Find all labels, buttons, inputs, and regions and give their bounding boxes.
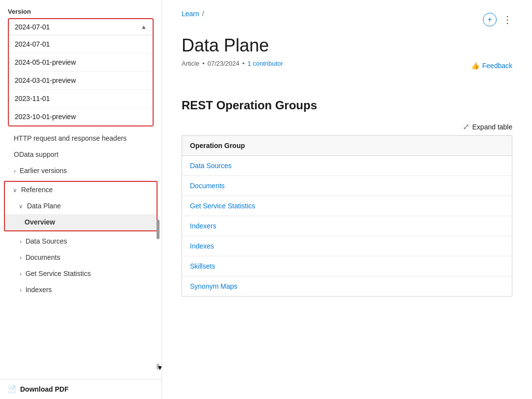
table-cell-data-sources: Data Sources (182, 156, 512, 176)
scrollbar-thumb[interactable] (157, 220, 160, 239)
table-row: Indexes (182, 236, 512, 256)
article-type: Article (182, 60, 199, 67)
sidebar-item-documents[interactable]: › Documents (0, 249, 161, 266)
scrollbar-arrow-down[interactable]: ▼ (157, 364, 160, 370)
section-title: REST Operation Groups (182, 99, 512, 112)
breadcrumb: Learn / (182, 10, 204, 18)
article-date: 07/23/2024 (208, 60, 239, 67)
sidebar-item-get-service-stats[interactable]: › Get Service Statistics (0, 266, 161, 282)
table-row: Data Sources (182, 156, 512, 176)
breadcrumb-learn-link[interactable]: Learn (182, 10, 199, 18)
sidebar-item-label: Documents (26, 253, 60, 261)
table-row: Documents (182, 176, 512, 196)
expand-table-label: Expand table (472, 123, 512, 131)
version-option-2[interactable]: 2024-05-01-preview (9, 53, 153, 72)
version-label: Version (0, 8, 161, 18)
sidebar-item-earlier-versions[interactable]: › Earlier versions (0, 163, 161, 179)
table-row: Skillsets (182, 256, 512, 276)
sidebar-item-data-sources[interactable]: › Data Sources (0, 233, 161, 249)
get-service-statistics-link[interactable]: Get Service Statistics (190, 202, 255, 210)
chevron-up-icon: ▲ (141, 24, 147, 30)
table-cell-synonym-maps: Synonym Maps (182, 276, 512, 297)
meta-dot-2: • (242, 60, 245, 67)
article-meta: Article • 07/23/2024 • 1 contributor (182, 60, 283, 67)
sidebar-item-label: Data Plane (27, 202, 61, 210)
documents-link[interactable]: Documents (190, 182, 225, 190)
breadcrumb-separator: / (202, 10, 204, 18)
data-sources-link[interactable]: Data Sources (190, 162, 232, 170)
download-pdf-button[interactable]: 📄 Download PDF (0, 379, 161, 399)
table-cell-documents: Documents (182, 176, 512, 196)
more-options-icon[interactable]: ⋮ (503, 14, 512, 25)
expand-icon: ⤢ (463, 122, 469, 131)
table-row: Indexers (182, 216, 512, 236)
operation-groups-table: Operation Group Data Sources Documents G… (182, 135, 512, 297)
table-cell-indexers: Indexers (182, 216, 512, 236)
table-cell-skillsets: Skillsets (182, 256, 512, 276)
sidebar-item-label: Overview (25, 218, 55, 226)
chevron-right-icon: › (20, 270, 22, 278)
chevron-right-icon: › (20, 286, 22, 295)
sidebar-item-label: Get Service Statistics (26, 270, 91, 277)
thumbs-up-icon: 👍 (471, 62, 479, 70)
meta-dot-1: • (202, 60, 205, 67)
sidebar-item-http-headers[interactable]: HTTP request and response headers (0, 130, 161, 147)
sidebar-item-reference[interactable]: ∨ Reference (5, 182, 157, 198)
version-option-4[interactable]: 2023-11-01 (9, 90, 153, 108)
chevron-right-icon: › (20, 253, 22, 262)
sidebar-item-odata[interactable]: OData support (0, 147, 161, 163)
sidebar-item-label: HTTP request and response headers (14, 134, 127, 142)
table-cell-indexes: Indexes (182, 236, 512, 256)
expand-table-bar: ⤢ Expand table (182, 122, 512, 131)
chevron-down-icon: ∨ (19, 202, 23, 211)
sidebar: Version 2024-07-01 ▲ 2024-07-01 2024-05-… (0, 0, 162, 399)
feedback-label: Feedback (482, 62, 512, 70)
sidebar-item-label: Reference (21, 186, 53, 194)
sidebar-item-indexers[interactable]: › Indexers (0, 282, 161, 298)
sidebar-item-label: OData support (14, 150, 58, 158)
sidebar-item-label: Data Sources (26, 237, 67, 245)
add-icon[interactable]: + (483, 13, 497, 26)
page-title: Data Plane (182, 35, 512, 56)
download-pdf-label: Download PDF (20, 385, 69, 393)
version-dropdown[interactable]: 2024-07-01 ▲ 2024-07-01 2024-05-01-previ… (8, 18, 154, 126)
chevron-down-icon: ∨ (13, 186, 17, 195)
sidebar-item-label: Indexers (26, 286, 52, 294)
main-content: Learn / + ⋮ Data Plane Article • 07/23/2… (162, 0, 532, 399)
feedback-button[interactable]: 👍 Feedback (471, 60, 512, 72)
sidebar-item-data-plane[interactable]: ∨ Data Plane (5, 198, 157, 214)
expand-table-button[interactable]: ⤢ Expand table (463, 122, 512, 131)
reference-section: ∨ Reference ∨ Data Plane Overview (4, 181, 158, 231)
skillsets-link[interactable]: Skillsets (190, 262, 215, 270)
table-row: Get Service Statistics (182, 196, 512, 216)
sidebar-item-label: Earlier versions (20, 167, 67, 175)
synonym-maps-link[interactable]: Synonym Maps (190, 282, 237, 290)
indexes-link[interactable]: Indexes (190, 242, 214, 250)
version-option-1[interactable]: 2024-07-01 (9, 35, 153, 53)
chevron-right-icon: › (14, 167, 16, 175)
table-row: Synonym Maps (182, 276, 512, 297)
top-bar: Learn / + ⋮ (182, 10, 512, 29)
pdf-icon: 📄 (8, 385, 16, 393)
contributor-link[interactable]: 1 contributor (247, 60, 283, 67)
version-option-5[interactable]: 2023-10-01-preview (9, 108, 153, 125)
version-selected-text: 2024-07-01 (15, 23, 50, 31)
version-option-3[interactable]: 2024-03-01-preview (9, 72, 153, 90)
table-header-operation-group: Operation Group (182, 136, 512, 156)
indexers-link[interactable]: Indexers (190, 222, 216, 230)
version-options-list: 2024-07-01 2024-05-01-preview 2024-03-01… (9, 35, 153, 125)
table-cell-get-service-statistics: Get Service Statistics (182, 196, 512, 216)
chevron-right-icon: › (20, 237, 22, 246)
version-selected[interactable]: 2024-07-01 ▲ (9, 19, 153, 35)
sidebar-item-overview[interactable]: Overview (5, 214, 157, 230)
top-icons: + ⋮ (483, 13, 512, 26)
